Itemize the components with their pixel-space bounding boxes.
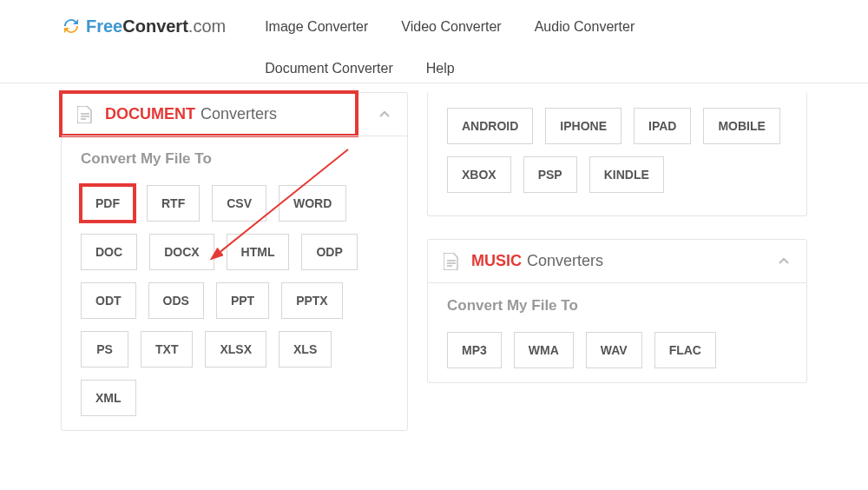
chip-word[interactable]: WORD: [279, 185, 346, 222]
document-icon: [444, 253, 459, 270]
document-panel-header[interactable]: DOCUMENT Converters: [62, 93, 407, 136]
chip-odp[interactable]: ODP: [301, 234, 357, 270]
chip-ppt[interactable]: PPT: [216, 282, 269, 319]
chip-html[interactable]: HTML: [227, 234, 290, 270]
chip-pdf[interactable]: PDF: [81, 185, 135, 222]
logo-com: .com: [188, 17, 226, 36]
chip-ipad[interactable]: IPAD: [634, 108, 691, 144]
nav-help[interactable]: Help: [426, 61, 455, 76]
chip-kindle[interactable]: KINDLE: [589, 156, 664, 193]
nav-document-converter[interactable]: Document Converter: [265, 61, 393, 76]
site-header: FreeConvert.com Image Converter Video Co…: [0, 0, 868, 83]
right-column: ANDROIDIPHONEIPADMOBILEXBOXPSPKINDLE MUS…: [427, 92, 807, 431]
chip-psp[interactable]: PSP: [523, 156, 577, 193]
section-label: Convert My File To: [447, 297, 787, 315]
music-panel-title-strong: MUSIC: [471, 252, 522, 270]
chevron-up-icon: [777, 255, 791, 268]
chip-ps[interactable]: PS: [81, 331, 128, 368]
refresh-icon: [61, 16, 82, 36]
section-label: Convert My File To: [81, 150, 388, 168]
document-panel-title-rest: Converters: [201, 105, 277, 123]
chip-iphone[interactable]: IPHONE: [545, 108, 621, 144]
chip-pptx[interactable]: PPTX: [281, 282, 343, 319]
chip-xbox[interactable]: XBOX: [447, 156, 511, 193]
music-converters-panel: MUSIC Converters Convert My File To MP3W…: [427, 239, 807, 383]
logo-free: Free: [86, 17, 122, 36]
logo-convert: Convert: [122, 17, 188, 36]
chip-xml[interactable]: XML: [81, 380, 136, 416]
music-panel-header[interactable]: MUSIC Converters: [428, 240, 806, 283]
music-panel-title-rest: Converters: [527, 252, 603, 270]
nav-audio-converter[interactable]: Audio Converter: [535, 19, 635, 35]
chip-odt[interactable]: ODT: [81, 282, 136, 319]
document-converters-panel: DOCUMENT Converters Convert My File To P…: [61, 92, 408, 431]
device-converters-panel: ANDROIDIPHONEIPADMOBILEXBOXPSPKINDLE: [427, 92, 807, 216]
music-panel-body: Convert My File To MP3WMAWAVFLAC: [428, 283, 806, 382]
document-panel-body: Convert My File To PDFRTFCSVWORDDOCDOCXH…: [62, 136, 407, 430]
chevron-up-icon: [378, 108, 391, 122]
document-panel-title-strong: DOCUMENT: [105, 105, 195, 123]
chip-wav[interactable]: WAV: [586, 332, 642, 368]
chip-ods[interactable]: ODS: [148, 282, 204, 319]
chip-flac[interactable]: FLAC: [654, 332, 716, 368]
logo[interactable]: FreeConvert.com: [61, 16, 226, 36]
document-icon: [77, 106, 93, 123]
nav-image-converter[interactable]: Image Converter: [265, 19, 368, 35]
music-chip-list: MP3WMAWAVFLAC: [447, 332, 787, 368]
chip-rtf[interactable]: RTF: [147, 185, 200, 222]
chip-mp3[interactable]: MP3: [447, 332, 502, 368]
document-chip-list: PDFRTFCSVWORDDOCDOCXHTMLODPODTODSPPTPPTX…: [81, 185, 388, 416]
chip-docx[interactable]: DOCX: [149, 234, 214, 270]
content: DOCUMENT Converters Convert My File To P…: [0, 83, 868, 431]
chip-xlsx[interactable]: XLSX: [205, 331, 266, 368]
nav-video-converter[interactable]: Video Converter: [401, 19, 501, 35]
device-chip-list: ANDROIDIPHONEIPADMOBILEXBOXPSPKINDLE: [447, 108, 787, 193]
chip-mobile[interactable]: MOBILE: [703, 108, 779, 144]
chip-csv[interactable]: CSV: [212, 185, 266, 222]
chip-xls[interactable]: XLS: [279, 331, 332, 368]
chip-wma[interactable]: WMA: [514, 332, 574, 368]
main-nav: Image Converter Video Converter Audio Co…: [265, 10, 751, 76]
chip-doc[interactable]: DOC: [81, 234, 137, 270]
chip-android[interactable]: ANDROID: [447, 108, 533, 144]
chip-txt[interactable]: TXT: [141, 331, 193, 368]
